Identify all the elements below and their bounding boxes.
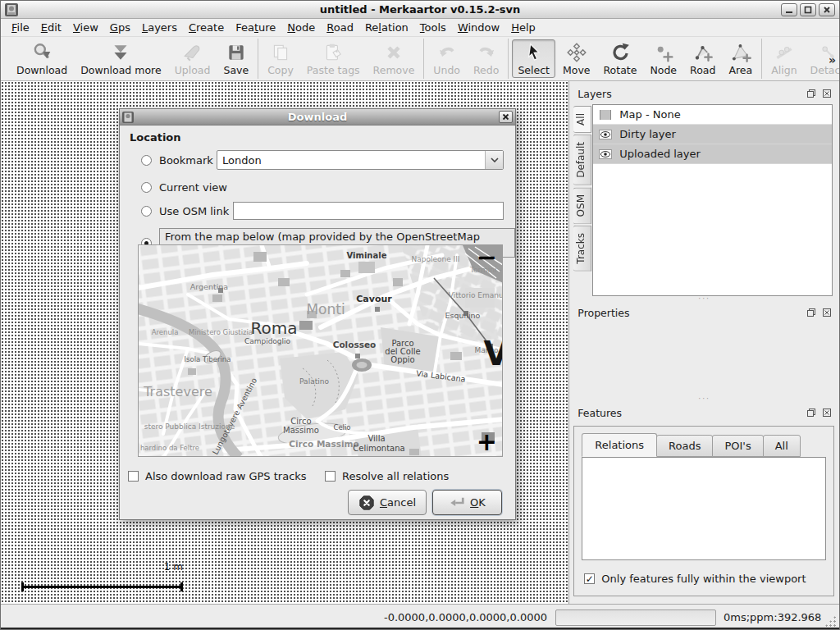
toolbar-button-download[interactable]: Download [11, 39, 73, 78]
layers-close-icon[interactable] [820, 89, 833, 99]
toolbar-button-node[interactable]: Node [644, 39, 682, 78]
map-label: Circo Massimo [289, 439, 358, 449]
features-tab-poi-s[interactable]: POI's [712, 435, 763, 457]
map-label: Isola Tiberina [185, 355, 231, 363]
resolve-relations-label: Resolve all relations [342, 470, 449, 482]
status-bar: -0.0000,0.0000,0.0000,0.0000 0ms;ppm:392… [1, 604, 839, 630]
toolbar-button-save[interactable]: Save [217, 39, 254, 78]
properties-panel-title: Properties [578, 307, 629, 319]
layer-row-map-none[interactable]: Map - None [593, 105, 832, 125]
toolbar-button-paste-tags[interactable]: Paste tags [301, 39, 366, 78]
toolbar-button-remove[interactable]: Remove [368, 39, 421, 78]
layer-row-dirty-layer[interactable]: Dirty layer [593, 125, 832, 144]
map-label: Cavour [356, 294, 392, 304]
properties-float-icon[interactable] [805, 308, 817, 318]
menu-gps[interactable]: Gps [104, 20, 136, 35]
layers-list: Map - NoneDirty layerUploaded layer [592, 104, 833, 296]
visibility-eye-icon[interactable] [599, 148, 612, 159]
cancel-button[interactable]: Cancel [348, 490, 427, 515]
current-view-radio[interactable] [141, 182, 152, 193]
toolbar-button-upload[interactable]: Upload [169, 39, 217, 78]
ok-button[interactable]: OK [432, 490, 502, 515]
toolbar-overflow-chevron[interactable]: » [829, 53, 836, 66]
toolbar-button-road[interactable]: Road [684, 39, 721, 78]
bookmark-radio[interactable] [141, 155, 152, 166]
splitter-handle[interactable]: ⋅⋅⋅ [569, 396, 839, 403]
move-icon [566, 42, 587, 63]
maximize-button[interactable] [800, 3, 816, 16]
toolbar-button-undo[interactable]: Undo [427, 39, 466, 78]
menu-window[interactable]: Window [452, 20, 505, 35]
menu-road[interactable]: Road [321, 20, 359, 35]
window-titlebar: untitled - Merkaartor v0.15.2-svn [1, 1, 839, 19]
viewport-filter-checkbox[interactable] [584, 573, 595, 584]
menu-node[interactable]: Node [281, 20, 321, 35]
toolbar-button-label: Node [650, 64, 677, 76]
menu-tools[interactable]: Tools [414, 20, 452, 35]
map-zoom-out-button[interactable]: − [477, 245, 497, 270]
resize-grip-icon[interactable] [824, 615, 836, 627]
properties-close-icon[interactable] [820, 308, 833, 318]
osm-link-radio[interactable] [141, 206, 152, 217]
toolbar-button-copy[interactable]: Copy [262, 39, 299, 78]
map-label: Arenula [152, 328, 179, 336]
layer-checkbox[interactable] [599, 109, 612, 120]
toolbar-button-rotate[interactable]: Rotate [597, 39, 642, 78]
toolbar-button-align[interactable]: Align [765, 39, 802, 78]
osm-link-option: Use OSM link [141, 205, 229, 217]
layers-tab-all[interactable]: All [573, 106, 591, 133]
toolbar-button-label: Road [690, 64, 715, 76]
splitter-handle[interactable]: ⋅⋅⋅ [569, 296, 839, 303]
toolbar-button-download-more[interactable]: Download more [75, 39, 167, 78]
download-more-icon [110, 42, 131, 63]
cancel-icon [358, 495, 375, 511]
map-label: Ministero Giustizia [189, 328, 253, 336]
menu-relation[interactable]: Relation [359, 20, 414, 35]
map-label: Esquilino [445, 311, 481, 320]
progress-bar [555, 609, 716, 626]
menu-help[interactable]: Help [505, 20, 541, 35]
dialog-map[interactable]: ViminaleNapoleone IIITermini - LaArgenti… [138, 244, 503, 457]
menu-create[interactable]: Create [183, 20, 230, 35]
dialog-titlebar[interactable]: Download [120, 109, 515, 126]
map-label: Monti [306, 301, 345, 317]
map-zoom-in-button[interactable]: + [477, 430, 497, 454]
menu-file[interactable]: File [6, 20, 35, 35]
menu-feature[interactable]: Feature [230, 20, 281, 35]
menu-view[interactable]: View [67, 20, 104, 35]
features-tab-relations[interactable]: Relations [582, 433, 657, 457]
layers-tab-osm[interactable]: OSM [573, 187, 591, 224]
layer-row-uploaded-layer[interactable]: Uploaded layer [593, 144, 832, 164]
toolbar-button-label: Upload [175, 64, 211, 76]
features-list[interactable] [582, 457, 826, 560]
dialog-close-icon[interactable] [499, 111, 513, 123]
remove-icon [383, 42, 404, 63]
close-button[interactable] [819, 3, 835, 16]
gps-tracks-checkbox[interactable] [128, 471, 139, 482]
scale-line [21, 586, 183, 588]
menu-edit[interactable]: Edit [35, 20, 67, 35]
map-label: Vittorio Emanuele [449, 291, 503, 299]
layers-float-icon[interactable] [805, 89, 817, 99]
features-float-icon[interactable] [805, 408, 817, 418]
map-canvas[interactable]: 1 m Download Location Bookmark [1, 81, 569, 604]
chevron-down-icon[interactable] [485, 151, 503, 169]
properties-panel-header: Properties [578, 306, 833, 319]
features-tab-roads[interactable]: Roads [656, 435, 713, 457]
osm-link-input[interactable] [233, 202, 504, 220]
features-close-icon[interactable] [820, 408, 833, 418]
minimize-button[interactable] [781, 3, 797, 16]
layers-tab-tracks[interactable]: Tracks [573, 226, 591, 272]
visibility-eye-icon[interactable] [599, 129, 612, 139]
menu-layers[interactable]: Layers [136, 20, 183, 35]
toolbar-button-area[interactable]: Area [723, 39, 758, 78]
layers-tab-default[interactable]: Default [573, 135, 591, 185]
resolve-relations-checkbox[interactable] [325, 471, 336, 482]
toolbar-button-select[interactable]: Select [512, 39, 555, 78]
features-tab-all[interactable]: All [763, 435, 801, 457]
viewport-filter-option: Only features fully within the viewport [584, 573, 806, 585]
toolbar-button-redo[interactable]: Redo [468, 39, 504, 78]
toolbar-button-move[interactable]: Move [557, 39, 596, 78]
menubar: FileEditViewGpsLayersCreateFeatureNodeRo… [1, 19, 839, 37]
bookmark-combobox[interactable]: London [217, 150, 504, 170]
